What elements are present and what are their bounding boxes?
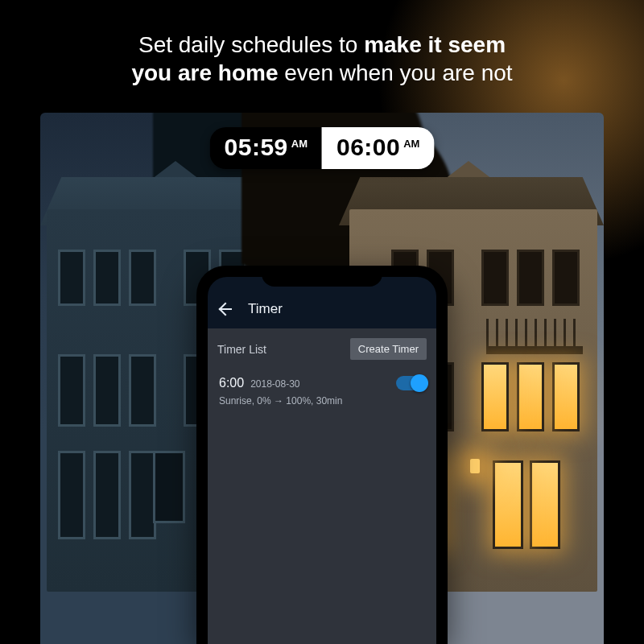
headline-text-1: Set daily schedules to — [138, 32, 364, 57]
create-timer-button[interactable]: Create Timer — [350, 338, 427, 360]
timer-main: 6:00 2018-08-30 — [219, 376, 300, 390]
timer-row[interactable]: 6:00 2018-08-30 — [208, 368, 436, 395]
timer-list-header: Timer List Create Timer — [208, 328, 436, 368]
time-before: 05:59 AM — [210, 127, 322, 169]
time-badge: 05:59 AM 06:00 AM — [210, 127, 435, 169]
app-title: Timer — [248, 301, 283, 317]
timer-detail: Sunrise, 0% → 100%, 30min — [208, 395, 436, 418]
time-after: 06:00 AM — [322, 127, 434, 169]
promo-stage: Set daily schedules to make it seem you … — [0, 0, 644, 644]
phone-frame: Timer Timer List Create Timer 6:00 2018-… — [196, 266, 448, 644]
timer-toggle[interactable] — [396, 376, 427, 390]
screen-fill — [208, 418, 436, 644]
headline-bold-1: make it seem — [364, 32, 506, 57]
headline: Set daily schedules to make it seem you … — [0, 31, 644, 87]
phone-notch — [262, 266, 382, 287]
time-before-ampm: AM — [291, 138, 308, 150]
time-after-ampm: AM — [403, 138, 419, 150]
headline-text-3: even when you are not — [278, 60, 512, 85]
headline-bold-2: you are home — [131, 60, 278, 85]
phone-screen: Timer Timer List Create Timer 6:00 2018-… — [208, 277, 436, 644]
timer-time: 6:00 — [219, 376, 244, 390]
timer-date: 2018-08-30 — [250, 378, 299, 390]
back-icon[interactable] — [219, 301, 235, 317]
time-after-value: 06:00 — [336, 134, 400, 161]
timer-list-title: Timer List — [217, 343, 266, 356]
time-before-value: 05:59 — [225, 134, 288, 161]
